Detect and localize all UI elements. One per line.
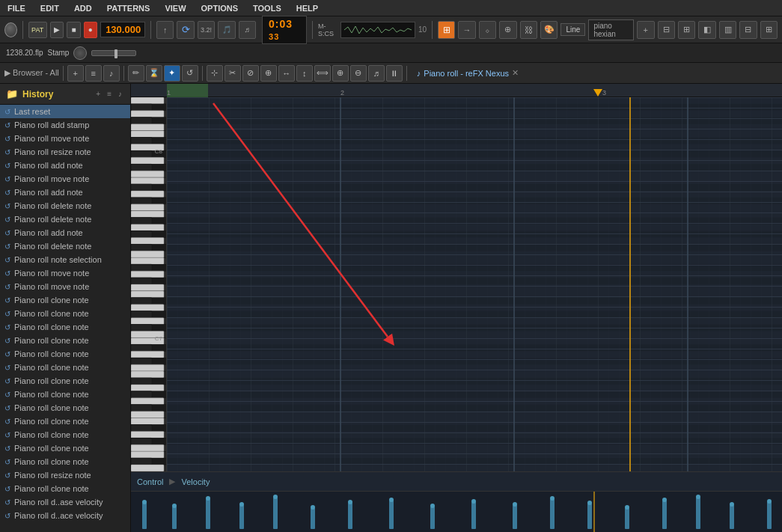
history-item[interactable]: ↺Piano roll clone note bbox=[0, 347, 130, 361]
svg-rect-59 bbox=[131, 291, 164, 298]
svg-point-174 bbox=[513, 502, 517, 507]
pattern-step-icon[interactable]: ↑ bbox=[156, 21, 174, 39]
paint-tool[interactable]: ⌛ bbox=[146, 65, 162, 82]
tr-icon-12[interactable]: ⊞ bbox=[760, 21, 778, 39]
history-item[interactable]: ↺Piano roll resize note bbox=[0, 145, 130, 159]
zoom-out-tool[interactable]: ⊖ bbox=[350, 65, 367, 82]
history-item[interactable]: ↺Piano roll clone note bbox=[0, 320, 130, 334]
pat-button[interactable]: PAT bbox=[28, 22, 47, 38]
flip-h-tool[interactable]: ↔ bbox=[278, 65, 295, 82]
history-item[interactable]: ↺Piano roll clone note bbox=[0, 293, 130, 307]
add-btn[interactable]: + bbox=[637, 21, 654, 39]
history-item[interactable]: ↺Piano roll move note bbox=[0, 132, 130, 145]
stop-button[interactable]: ■ bbox=[67, 22, 80, 38]
mode-btn-5[interactable]: ⛓ bbox=[520, 21, 537, 39]
history-item[interactable]: ↺Piano roll clone note bbox=[0, 441, 130, 455]
history-item[interactable]: ↺Piano roll move note bbox=[0, 172, 130, 186]
menu-help[interactable]: HELP bbox=[293, 2, 321, 14]
mode-btn-6[interactable]: 🎨 bbox=[540, 21, 558, 39]
menu-sidebar-btn[interactable]: ≡ bbox=[85, 65, 102, 82]
play-button[interactable]: ▶ bbox=[50, 22, 64, 38]
history-item[interactable]: ↺Piano roll clone note bbox=[0, 307, 130, 320]
history-item[interactable]: ↺Piano roll clone note bbox=[0, 361, 130, 374]
pause-tool[interactable]: ⏸ bbox=[386, 65, 403, 82]
history-item[interactable]: ↺Piano roll clone note bbox=[0, 482, 130, 495]
piano-keys[interactable]: C8C7 bbox=[131, 97, 167, 471]
menu-patterns[interactable]: PATTERNS bbox=[104, 2, 153, 14]
record-button[interactable]: ● bbox=[84, 22, 97, 38]
menu-add[interactable]: ADD bbox=[71, 2, 95, 14]
undo-tool[interactable]: ↺ bbox=[182, 65, 198, 82]
tr-icon-7[interactable]: ⊟ bbox=[658, 21, 675, 39]
history-item[interactable]: ↺Piano roll clone note bbox=[0, 455, 130, 468]
history-item[interactable]: ↺Piano roll d..ase velocity bbox=[0, 495, 130, 509]
add-btn-sidebar[interactable]: + bbox=[67, 65, 84, 82]
browser-label[interactable]: ▶ Browser - All bbox=[4, 68, 59, 78]
tr-icon-9[interactable]: ◧ bbox=[698, 21, 715, 39]
stamp-slider[interactable] bbox=[91, 50, 136, 56]
history-item[interactable]: ↺Piano roll clone note bbox=[0, 401, 130, 415]
history-item[interactable]: ↺Piano roll delete note bbox=[0, 213, 130, 226]
history-item[interactable]: ↺Last reset bbox=[0, 105, 130, 118]
history-item[interactable]: ↺Piano roll clone note bbox=[0, 388, 130, 401]
history-item[interactable]: ↺Piano roll clone note bbox=[0, 428, 130, 441]
eraser-tool[interactable]: ✂ bbox=[224, 65, 241, 82]
history-item[interactable]: ↺Piano roll clone note bbox=[0, 415, 130, 428]
zoom-in-tool[interactable]: ⊕ bbox=[332, 65, 349, 82]
flip-v-tool[interactable]: ↕ bbox=[296, 65, 313, 82]
menu-view[interactable]: VIEW bbox=[162, 2, 189, 14]
tr-icon-8[interactable]: ⊞ bbox=[678, 21, 695, 39]
menu-options[interactable]: OPTIONS bbox=[198, 2, 242, 14]
velocity-label[interactable]: Velocity bbox=[181, 477, 210, 486]
piano-roll-close[interactable]: ✕ bbox=[512, 68, 519, 78]
mode-btn-3[interactable]: ⬦ bbox=[479, 21, 496, 39]
svg-point-166 bbox=[206, 496, 210, 501]
tr-icon-11[interactable]: ⊟ bbox=[739, 21, 757, 39]
history-item[interactable]: ↺Piano roll clone note bbox=[0, 334, 130, 347]
audio-sidebar-btn[interactable]: ♪ bbox=[103, 65, 120, 82]
tr-icon-10[interactable]: ▥ bbox=[719, 21, 736, 39]
deform-tool[interactable]: ⊕ bbox=[260, 65, 277, 82]
sidebar-menu-btn[interactable]: ≡ bbox=[105, 89, 114, 99]
audio-icon[interactable]: ♬ bbox=[239, 21, 256, 39]
history-item[interactable]: ↺Piano roll add note bbox=[0, 159, 130, 172]
time-sig-icon[interactable]: 3.2! bbox=[198, 21, 215, 39]
history-item[interactable]: ↺Piano roll move note bbox=[0, 266, 130, 280]
history-item[interactable]: ↺Piano roll delete note bbox=[0, 199, 130, 213]
line-dropdown[interactable]: Line bbox=[560, 23, 585, 36]
audio-tool[interactable]: ♬ bbox=[368, 65, 385, 82]
history-item[interactable]: ↺Piano roll resize note bbox=[0, 468, 130, 482]
history-item[interactable]: ↺Piano roll add stamp bbox=[0, 118, 130, 132]
history-item[interactable]: ↺Piano roll move note bbox=[0, 280, 130, 293]
history-item[interactable]: ↺Piano roll delete note bbox=[0, 239, 130, 253]
mode-btn-4[interactable]: ⊕ bbox=[499, 21, 516, 39]
menu-edit[interactable]: EDIT bbox=[37, 2, 62, 14]
loop-icon[interactable]: ⟳ bbox=[177, 21, 194, 39]
stamp-tool[interactable]: ✦ bbox=[164, 65, 180, 82]
history-item[interactable]: ↺Piano roll add note bbox=[0, 186, 130, 199]
sidebar-audio-btn[interactable]: ♪ bbox=[116, 89, 124, 99]
note-grid[interactable] bbox=[167, 97, 782, 471]
instrument-dropdown[interactable]: piano hexian bbox=[588, 19, 634, 40]
menu-file[interactable]: FILE bbox=[4, 2, 28, 14]
history-item[interactable]: ↺Piano roll note selection bbox=[0, 253, 130, 266]
file-info: 1238.20.flp bbox=[6, 49, 43, 57]
menu-tools[interactable]: TOOLS bbox=[250, 2, 284, 14]
mode-btn-2[interactable]: → bbox=[458, 21, 475, 39]
draw-tool[interactable]: ✏ bbox=[128, 65, 144, 82]
stamp-knob[interactable] bbox=[73, 46, 87, 60]
history-item[interactable]: ↺Piano roll add note bbox=[0, 226, 130, 239]
svg-rect-61 bbox=[131, 298, 152, 305]
mode-btn-1[interactable]: ⊞ bbox=[438, 21, 455, 39]
bpm-display[interactable]: 130.000 bbox=[100, 22, 145, 37]
history-item[interactable]: ↺Piano roll d..ace velocity bbox=[0, 509, 130, 522]
mute-tool[interactable]: ⊘ bbox=[242, 65, 259, 82]
select-tool[interactable]: ⊹ bbox=[207, 65, 223, 82]
sidebar-add-btn[interactable]: + bbox=[94, 89, 103, 99]
control-label[interactable]: Control bbox=[137, 477, 163, 486]
history-item[interactable]: ↺Piano roll clone note bbox=[0, 374, 130, 388]
master-knob[interactable] bbox=[4, 22, 17, 37]
svg-point-179 bbox=[696, 495, 700, 499]
keys-icon[interactable]: 🎵 bbox=[218, 21, 235, 39]
stretch-tool[interactable]: ⟺ bbox=[314, 65, 331, 82]
